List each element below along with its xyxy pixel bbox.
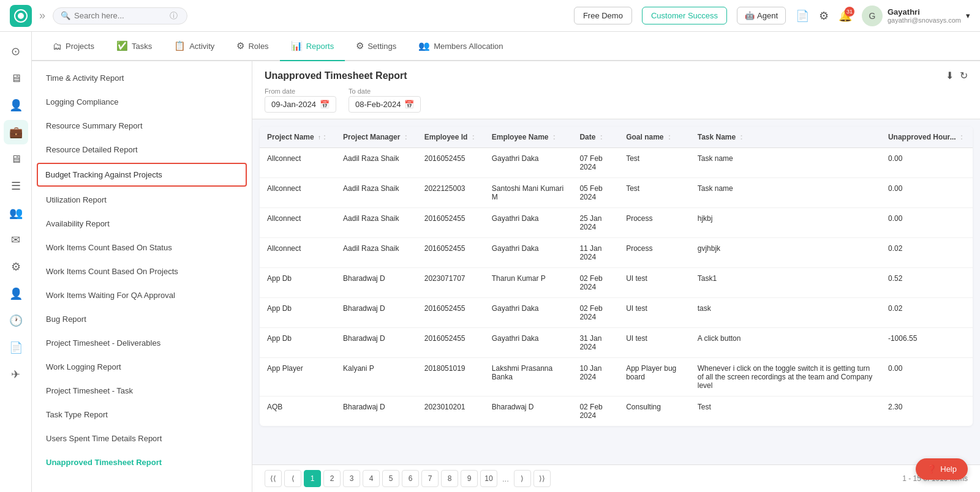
free-demo-button[interactable]: Free Demo <box>574 7 632 24</box>
cell-project-1: Allconnect <box>260 178 336 208</box>
page-9-button[interactable]: 9 <box>461 470 478 487</box>
col-unapproved-hours[interactable]: Unapproved Hour... : <box>881 127 973 148</box>
tab-projects[interactable]: 🗂 Projects <box>42 32 105 61</box>
report-content: Unapproved Timesheet Report ⬇ ↻ From dat… <box>252 61 980 492</box>
sidebar-icon-list[interactable]: ☰ <box>4 174 28 198</box>
to-date-calendar-icon[interactable]: 📅 <box>404 100 414 109</box>
agent-button[interactable]: 🤖 Agent <box>737 7 786 24</box>
col-employee-id[interactable]: Employee Id : <box>417 127 484 148</box>
sidebar-icon-monitor[interactable]: 🖥 <box>4 66 28 91</box>
cell-emp-id-8: 2023010201 <box>417 397 484 427</box>
page-10-button[interactable]: 10 <box>480 470 497 487</box>
cell-goal-2: Process <box>619 208 690 238</box>
search-box[interactable]: 🔍 ⓘ <box>53 7 187 24</box>
tab-roles[interactable]: ⚙ Roles <box>225 32 279 61</box>
page-2-button[interactable]: 2 <box>323 470 341 487</box>
col-goal-name[interactable]: Goal name : <box>619 127 690 148</box>
report-item-project-timesheet-deliverables[interactable]: Project Timesheet - Deliverables <box>32 331 252 355</box>
table-wrapper: Project Name ↑: Project Manager : Employ… <box>252 119 980 464</box>
document-button[interactable]: 📄 <box>796 9 809 23</box>
table-row: App Player Kalyani P 2018051019 Lakshmi … <box>260 358 973 397</box>
page-6-button[interactable]: 6 <box>402 470 419 487</box>
customer-success-button[interactable]: Customer Success <box>642 7 727 24</box>
sidebar-icon-doc[interactable]: 📄 <box>4 335 28 360</box>
sidebar-icon-gear[interactable]: ⚙ <box>4 255 28 279</box>
report-item-time-activity[interactable]: Time & Activity Report <box>32 66 252 90</box>
report-item-budget-tracking[interactable]: Budget Tracking Against Projects <box>37 163 247 187</box>
report-item-users-spent-time[interactable]: Users Spent Time Details Report <box>32 427 252 450</box>
col-project-name[interactable]: Project Name ↑: <box>260 127 336 148</box>
from-date-calendar-icon[interactable]: 📅 <box>320 100 330 109</box>
col-employee-name[interactable]: Employee Name : <box>484 127 573 148</box>
sidebar-icon-home[interactable]: ⊙ <box>4 39 28 64</box>
sidebar-icon-send[interactable]: ✈ <box>4 362 28 387</box>
report-item-bug-report[interactable]: Bug Report <box>32 307 252 331</box>
page-7-button[interactable]: 7 <box>421 470 439 487</box>
report-item-work-items-qa[interactable]: Work Items Waiting For QA Approval <box>32 283 252 307</box>
report-item-logging-compliance[interactable]: Logging Compliance <box>32 90 252 114</box>
sidebar-icon-desktop[interactable]: 🖥 <box>4 147 28 171</box>
search-input[interactable] <box>74 11 166 20</box>
report-item-utilization[interactable]: Utilization Report <box>32 188 252 212</box>
cell-goal-8: Consulting <box>619 397 690 427</box>
col-task-name[interactable]: Task Name : <box>690 127 881 148</box>
cell-emp-id-6: 2016052455 <box>417 328 484 358</box>
report-item-task-type[interactable]: Task Type Report <box>32 403 252 427</box>
content-area: Time & Activity Report Logging Complianc… <box>32 61 980 492</box>
sidebar-icon-user2[interactable]: 👤 <box>4 281 28 306</box>
report-item-work-items-projects[interactable]: Work Items Count Based On Projects <box>32 259 252 283</box>
expand-icon[interactable]: » <box>39 9 45 22</box>
app-logo[interactable] <box>10 5 32 27</box>
col-project-manager[interactable]: Project Manager : <box>336 127 417 148</box>
page-8-button[interactable]: 8 <box>441 470 458 487</box>
cell-manager-6: Bharadwaj D <box>336 328 417 358</box>
cell-emp-name-5: Gayathri Daka <box>484 298 573 328</box>
page-5-button[interactable]: 5 <box>382 470 399 487</box>
cell-hours-7: 0.00 <box>881 358 973 397</box>
tab-reports[interactable]: 📊 Reports <box>280 32 345 61</box>
pagination-controls: ⟨⟨ ⟨ 1 2 3 4 5 6 7 8 9 10 ... ⟩ <box>265 470 551 487</box>
tab-tasks[interactable]: ✅ Tasks <box>105 32 163 61</box>
report-item-availability[interactable]: Availability Report <box>32 212 252 236</box>
report-item-work-logging[interactable]: Work Logging Report <box>32 355 252 379</box>
download-button[interactable]: ⬇ <box>946 70 954 81</box>
sidebar-icon-briefcase[interactable]: 💼 <box>4 120 28 144</box>
sidebar-icon-person[interactable]: 👤 <box>4 93 28 117</box>
col-date[interactable]: Date : <box>572 127 619 148</box>
report-item-unapproved-timesheet[interactable]: Unapproved Timesheet Report <box>32 450 252 474</box>
page-prev-button[interactable]: ⟨ <box>284 470 301 487</box>
refresh-button[interactable]: ↻ <box>960 70 968 81</box>
cell-emp-name-2: Gayathri Daka <box>484 208 573 238</box>
page-next-button[interactable]: ⟩ <box>514 470 531 487</box>
tab-members-allocation[interactable]: 👥 Members Allocation <box>407 32 514 61</box>
settings-button[interactable]: ⚙ <box>819 9 829 23</box>
sidebar-icon-group[interactable]: 👥 <box>4 201 28 225</box>
report-item-project-timesheet-task[interactable]: Project Timesheet - Task <box>32 379 252 403</box>
reports-tab-icon: 📊 <box>291 40 303 51</box>
cell-goal-3: Process <box>619 238 690 268</box>
page-3-button[interactable]: 3 <box>343 470 360 487</box>
topbar: » 🔍 ⓘ Free Demo Customer Success 🤖 Agent… <box>0 0 980 32</box>
cell-hours-6: -1006.55 <box>881 328 973 358</box>
user-info[interactable]: G Gayathri gayathri@snovasys.com ▾ <box>862 6 970 26</box>
report-item-work-items-status[interactable]: Work Items Count Based On Status <box>32 236 252 259</box>
cell-date-8: 02 Feb 2024 <box>572 397 619 427</box>
sidebar-icons: ⊙ 🖥 👤 💼 🖥 ☰ 👥 ✉ ⚙ 👤 🕐 📄 ✈ <box>0 32 32 492</box>
tab-activity[interactable]: 📋 Activity <box>163 32 225 61</box>
notification-button[interactable]: 🔔 31 <box>839 9 852 23</box>
help-button[interactable]: ❓ Help <box>916 458 968 480</box>
page-first-button[interactable]: ⟨⟨ <box>265 470 282 487</box>
report-item-resource-summary[interactable]: Resource Summary Report <box>32 114 252 138</box>
tab-settings[interactable]: ⚙ Settings <box>345 32 407 61</box>
page-1-button[interactable]: 1 <box>304 470 321 487</box>
page-4-button[interactable]: 4 <box>363 470 380 487</box>
cell-task-2: hjkbj <box>690 208 881 238</box>
sidebar-icon-mail[interactable]: ✉ <box>4 228 28 252</box>
from-date-input[interactable]: 09-Jan-2024 📅 <box>265 96 336 113</box>
cell-task-4: Task1 <box>690 268 881 298</box>
notification-badge: 31 <box>845 7 854 17</box>
page-last-button[interactable]: ⟩⟩ <box>533 470 551 487</box>
sidebar-icon-clock[interactable]: 🕐 <box>4 308 28 333</box>
to-date-input[interactable]: 08-Feb-2024 📅 <box>349 96 421 113</box>
report-item-resource-detailed[interactable]: Resource Detailed Report <box>32 138 252 162</box>
